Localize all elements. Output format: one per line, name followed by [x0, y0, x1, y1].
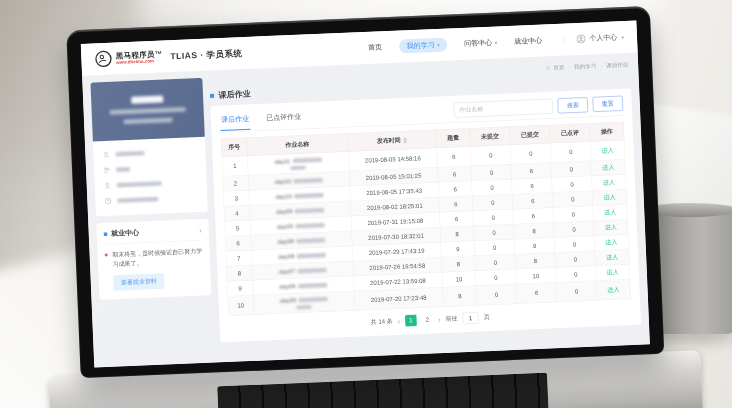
- blurred-text: [115, 151, 144, 157]
- divider: [564, 35, 565, 44]
- jobs-message-row: 期末将至，是时候验证自己努力学习成果了。: [104, 246, 203, 269]
- question-count-cell: 6: [438, 181, 472, 197]
- submitted-cell: 8: [514, 222, 555, 239]
- not-submitted-cell: 0: [471, 164, 512, 181]
- blurred-assignment-name-line2: [297, 305, 312, 310]
- blurred-text: [116, 167, 130, 172]
- prev-page-button[interactable]: ‹: [398, 317, 401, 325]
- page-title: 课后作业: [218, 89, 250, 101]
- blurred-assignment-name: [299, 297, 328, 303]
- search-input[interactable]: [454, 99, 554, 118]
- submitted-cell: 10: [516, 267, 557, 284]
- assignments-table: 序号 作业名称 发布时间 题量 未提交 已提交: [221, 122, 631, 316]
- blurred-student-name: [131, 95, 163, 103]
- page-button-1[interactable]: 1: [405, 315, 417, 327]
- reviewed-cell: 0: [552, 176, 593, 193]
- enter-link[interactable]: 进入: [607, 286, 619, 293]
- nav-item-home[interactable]: 首页: [368, 43, 382, 53]
- goto-label: 前往: [445, 314, 457, 323]
- enter-link[interactable]: 进入: [602, 164, 614, 171]
- blue-square-bullet: [210, 94, 214, 98]
- next-page-button[interactable]: ›: [438, 316, 441, 324]
- assignment-name-cell: day05: [253, 291, 355, 315]
- reviewed-cell: 0: [553, 206, 594, 223]
- enter-link[interactable]: 进入: [605, 224, 617, 231]
- action-cell: 进入: [593, 204, 627, 220]
- laptop-screen: 黑马程序员™ www.itheima.com TLIAS · 学员系统 首页 我…: [66, 6, 664, 378]
- reviewed-cell: 0: [556, 266, 597, 283]
- jobs-message: 期末将至，是时候验证自己努力学习成果了。: [112, 246, 203, 268]
- tab-reviewed[interactable]: 已点评作业: [265, 111, 303, 128]
- submitted-cell: 9: [514, 237, 555, 254]
- brand-site: www.itheima.com: [116, 58, 163, 65]
- col-actions: 操作: [590, 122, 624, 141]
- action-cell: 进入: [592, 189, 626, 205]
- profile-detail-list: [93, 137, 208, 217]
- profile-row-schedule[interactable]: [104, 190, 199, 209]
- row-index-cell: 4: [224, 205, 250, 221]
- action-cell: 进入: [594, 219, 628, 235]
- heima-logo-icon: [94, 50, 113, 69]
- chevron-down-icon: ▾: [437, 42, 440, 48]
- enter-link[interactable]: 进入: [607, 269, 619, 276]
- submitted-cell: 0: [510, 143, 551, 164]
- main-nav: 首页 我的学习 ▾ 问答中心 ▾ 就业中心: [368, 34, 542, 55]
- profile-card: [90, 78, 208, 217]
- assignment-name-prefix: day09: [276, 207, 293, 215]
- enter-link[interactable]: 进入: [604, 209, 616, 216]
- not-submitted-cell: 0: [474, 224, 515, 241]
- assignment-name-prefix: day11: [274, 157, 290, 165]
- action-cell: 进入: [596, 264, 630, 280]
- action-cell: 进入: [591, 159, 625, 175]
- breadcrumb-my-learning[interactable]: 我的学习: [574, 63, 596, 70]
- reset-button[interactable]: 重置: [592, 96, 623, 112]
- search-button[interactable]: 搜索: [557, 97, 588, 113]
- tab-homework[interactable]: 课后作业: [220, 113, 251, 131]
- blurred-assignment-name: [296, 223, 325, 229]
- enter-link[interactable]: 进入: [606, 254, 618, 261]
- enter-link[interactable]: 进入: [605, 239, 617, 246]
- jobs-card-header[interactable]: 就业中心 ›: [104, 225, 202, 238]
- blurred-assignment-name: [297, 268, 326, 274]
- col-reviewed: 已点评: [550, 123, 591, 143]
- content-area: 就业中心 › 期末将至，是时候验证自己努力学习成果了。 查看就业资料: [82, 53, 650, 368]
- not-submitted-cell: 0: [475, 254, 516, 271]
- pagination-total: 共 14 条: [371, 317, 393, 326]
- nav-item-jobs-center[interactable]: 就业中心: [514, 36, 542, 46]
- submitted-cell: 6: [512, 178, 553, 195]
- breadcrumb-separator: ·: [600, 63, 602, 69]
- nav-item-qa-center[interactable]: 问答中心 ▾: [464, 38, 497, 48]
- clock-icon: [104, 197, 112, 205]
- question-count-cell: 8: [442, 286, 476, 307]
- question-count-cell: 6: [437, 146, 471, 167]
- reviewed-cell: 0: [554, 236, 595, 253]
- question-count-cell: 6: [439, 211, 473, 227]
- app-title: TLIAS · 学员系统: [170, 47, 243, 62]
- col-not-submitted: 未提交: [470, 127, 511, 147]
- breadcrumb-separator: ·: [568, 64, 570, 70]
- breadcrumb-home[interactable]: 首页: [553, 64, 564, 70]
- row-index-cell: 5: [225, 220, 251, 236]
- submitted-cell: 6: [512, 193, 553, 210]
- reviewed-cell: 0: [551, 161, 592, 178]
- browser-viewport: 黑马程序员™ www.itheima.com TLIAS · 学员系统 首页 我…: [81, 21, 650, 368]
- divider: [104, 240, 202, 245]
- blurred-assignment-name: [296, 238, 325, 244]
- main-column: ⌂ 首页 · 我的学习 · 课后作业 课后作业: [209, 60, 641, 355]
- not-submitted-cell: 0: [472, 179, 513, 196]
- nav-item-my-learning[interactable]: 我的学习 ▾: [399, 38, 448, 54]
- users-icon: [103, 166, 111, 174]
- sort-icon[interactable]: [403, 137, 407, 143]
- goto-page-input[interactable]: [462, 312, 478, 324]
- blurred-assignment-name: [294, 178, 323, 184]
- sidebar: 就业中心 › 期末将至，是时候验证自己努力学习成果了。 查看就业资料: [90, 78, 214, 360]
- blurred-assignment-name-line2: [291, 166, 306, 171]
- enter-link[interactable]: 进入: [603, 179, 615, 186]
- profile-header: [90, 78, 204, 142]
- enter-link[interactable]: 进入: [603, 194, 615, 201]
- page-button-2[interactable]: 2: [421, 314, 433, 326]
- user-menu[interactable]: 个人中心 ▾: [564, 33, 624, 45]
- view-jobs-material-button[interactable]: 查看就业资料: [113, 273, 165, 291]
- enter-link[interactable]: 进入: [601, 146, 613, 153]
- question-count-cell: 10: [442, 271, 476, 287]
